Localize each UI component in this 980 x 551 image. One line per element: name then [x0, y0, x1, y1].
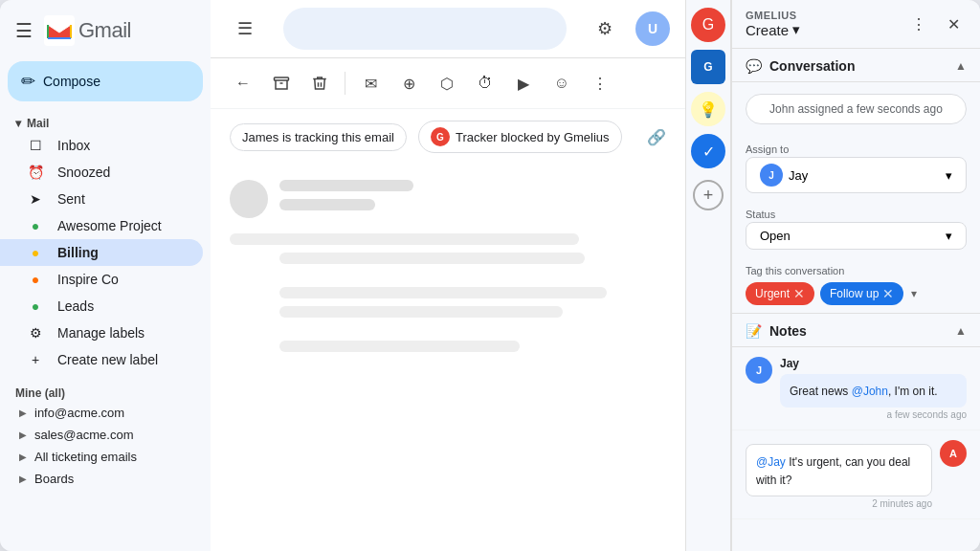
sidebar-item-awesome-project[interactable]: ● Awesome Project: [0, 212, 203, 239]
close-panel-button[interactable]: ✕: [940, 11, 967, 37]
tracker-bar: James is tracking this email G Tracker b…: [211, 109, 685, 165]
body-line-5: [279, 341, 520, 352]
sender-info: [279, 180, 666, 218]
body-line-2: [279, 253, 585, 264]
inspire-co-icon: ●: [27, 271, 44, 288]
compose-label: Compose: [43, 74, 100, 89]
link-icon[interactable]: 🔗: [647, 128, 666, 146]
assign-dropdown-icon: ▾: [946, 168, 952, 183]
compose-button[interactable]: ✏ Compose: [8, 61, 203, 101]
email-sender-row: [230, 180, 666, 218]
clock-button[interactable]: ⏱: [468, 66, 502, 100]
create-button[interactable]: Create ▾: [746, 21, 800, 38]
status-dropdown-icon: ▾: [946, 229, 952, 243]
delete-button[interactable]: [302, 66, 337, 100]
strip-icon-check[interactable]: ✓: [691, 134, 725, 168]
note-content-2: @Jay It's urgent, can you deal with it? …: [746, 440, 932, 510]
back-button[interactable]: ←: [226, 66, 260, 100]
sidebar-item-inbox[interactable]: ☐ Inbox: [0, 132, 203, 159]
sender-email-skeleton: [279, 199, 375, 210]
tracking-pill[interactable]: James is tracking this email: [230, 123, 407, 151]
video-button[interactable]: ▶: [506, 66, 541, 100]
tag-follow-up-label: Follow up: [830, 287, 879, 300]
strip-icon-bulb[interactable]: 💡: [691, 92, 725, 126]
top-toolbar: ☰ ⚙ U: [211, 0, 685, 58]
awesome-project-icon: ●: [27, 217, 44, 234]
tag-urgent[interactable]: Urgent ✕: [746, 282, 814, 305]
hamburger-button[interactable]: ☰: [226, 10, 264, 48]
sidebar-item-billing[interactable]: ● Billing: [0, 239, 203, 266]
tag-follow-up-remove[interactable]: ✕: [882, 286, 894, 301]
sidebar-item-label: Create new label: [57, 352, 158, 367]
emoji-button[interactable]: ☺: [545, 66, 579, 100]
note-avatar-2: A: [940, 440, 967, 467]
note-item-2: A @Jay It's urgent, can you deal with it…: [732, 430, 980, 520]
tag-expand-icon[interactable]: ▾: [911, 287, 917, 300]
sidebar-item-snoozed[interactable]: ⏰ Snoozed: [0, 159, 203, 186]
conversation-toggle[interactable]: ▲: [955, 59, 967, 73]
mine-item-label: Boards: [34, 472, 74, 486]
sent-icon: ➤: [27, 190, 44, 208]
strip-icon-blue-square[interactable]: G: [691, 50, 725, 84]
leads-icon: ●: [27, 298, 44, 315]
archive-button[interactable]: [264, 66, 299, 100]
create-label-icon: +: [27, 351, 44, 368]
more-button[interactable]: ⋮: [583, 66, 617, 100]
note-mention-john: @John: [852, 385, 888, 398]
email-action-toolbar: ← ✉ ⊕ ⬡ ⏱ ▶ ☺ ⋮: [211, 58, 685, 109]
note-avatar-jay: J: [746, 357, 772, 384]
label-button[interactable]: ⬡: [430, 66, 464, 100]
assignee-avatar: J: [760, 164, 783, 187]
tracker-blocked-pill[interactable]: G Tracker blocked by Gmelius: [418, 121, 622, 153]
gmail-logo-icon: [44, 15, 75, 46]
billing-icon: ●: [27, 244, 44, 261]
sidebar-item-manage-labels[interactable]: ⚙ Manage labels: [0, 320, 203, 346]
settings-icon[interactable]: ⚙: [586, 10, 624, 48]
expand-icon: ▶: [19, 474, 27, 484]
mine-section-label: Mine (all): [0, 381, 211, 402]
sidebar-item-boards[interactable]: ▶ Boards: [0, 468, 211, 490]
tracking-text: James is tracking this email: [242, 130, 394, 144]
gmelius-logo-icon: G: [431, 127, 450, 146]
snoozed-icon: ⏰: [27, 164, 44, 181]
tags-row: Urgent ✕ Follow up ✕ ▾: [746, 282, 967, 305]
sidebar-item-sales[interactable]: ▶ sales@acme.com: [0, 424, 211, 446]
create-label: Create: [746, 22, 789, 38]
expand-icon: ▶: [19, 430, 27, 440]
search-bar[interactable]: [283, 8, 567, 50]
sidebar-item-label: Billing: [57, 245, 99, 260]
notes-title: 📝 Notes: [746, 323, 807, 339]
tag-label: Tag this conversation: [746, 265, 967, 276]
mail-arrow-icon: ▾: [15, 117, 21, 130]
compose-plus-icon: ✏: [21, 71, 35, 92]
sidebar-item-sent[interactable]: ➤ Sent: [0, 186, 203, 212]
note-header-2: A @Jay It's urgent, can you deal with it…: [746, 440, 967, 510]
activity-pill: John assigned a few seconds ago: [746, 94, 967, 124]
note-time-1: a few seconds ago: [780, 409, 967, 420]
sidebar-item-label: Sent: [57, 191, 85, 207]
sidebar-item-leads[interactable]: ● Leads: [0, 293, 203, 320]
status-field[interactable]: Open ▾: [746, 222, 967, 250]
mark-unread-button[interactable]: ✉: [353, 66, 388, 100]
tag-urgent-remove[interactable]: ✕: [793, 286, 805, 301]
sidebar-item-info[interactable]: ▶ info@acme.com: [0, 402, 211, 424]
tag-follow-up[interactable]: Follow up ✕: [820, 282, 903, 305]
more-options-button[interactable]: ⋮: [905, 11, 932, 37]
assign-to-field[interactable]: J Jay ▾: [746, 157, 967, 193]
notes-toggle[interactable]: ▲: [955, 324, 967, 338]
conversation-icon: 💬: [746, 58, 762, 74]
user-avatar[interactable]: U: [635, 11, 670, 46]
strip-icon-red[interactable]: G: [691, 8, 725, 42]
snooze-button[interactable]: ⊕: [391, 66, 426, 100]
body-line-1: [230, 233, 579, 245]
sidebar-item-inspire-co[interactable]: ● Inspire Co: [0, 266, 203, 293]
hamburger-icon[interactable]: ☰: [15, 19, 33, 42]
expand-icon: ▶: [19, 408, 27, 418]
manage-labels-icon: ⚙: [27, 324, 44, 342]
note-author-1: Jay: [780, 357, 967, 370]
sidebar-item-create-new-label[interactable]: + Create new label: [0, 346, 203, 373]
strip-add-button[interactable]: +: [693, 180, 724, 210]
note-text-2: @Jay It's urgent, can you deal with it?: [756, 455, 910, 487]
mine-item-label: sales@acme.com: [34, 428, 134, 442]
sidebar-item-ticketing[interactable]: ▶ All ticketing emails: [0, 446, 211, 468]
